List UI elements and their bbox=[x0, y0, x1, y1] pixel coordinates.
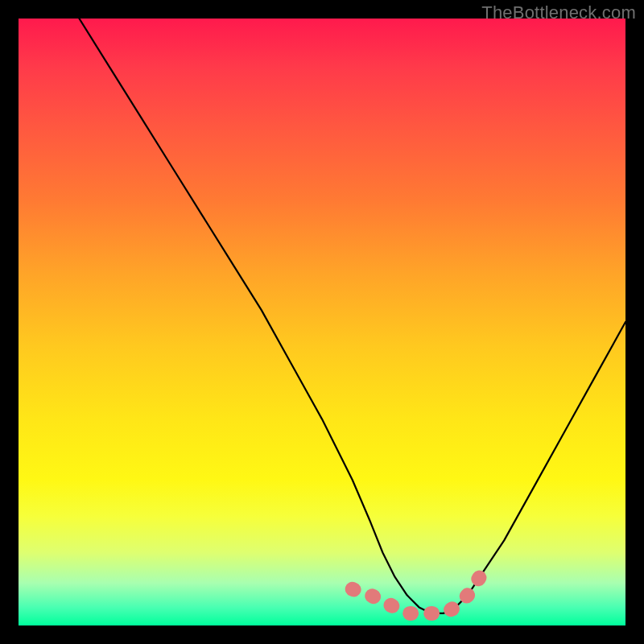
highlight-band bbox=[353, 577, 480, 613]
chart-svg bbox=[19, 19, 625, 625]
bottleneck-curve bbox=[79, 19, 625, 613]
watermark-text: TheBottleneck.com bbox=[481, 2, 636, 23]
plot-area bbox=[19, 19, 625, 625]
chart-frame: TheBottleneck.com bbox=[0, 0, 644, 644]
